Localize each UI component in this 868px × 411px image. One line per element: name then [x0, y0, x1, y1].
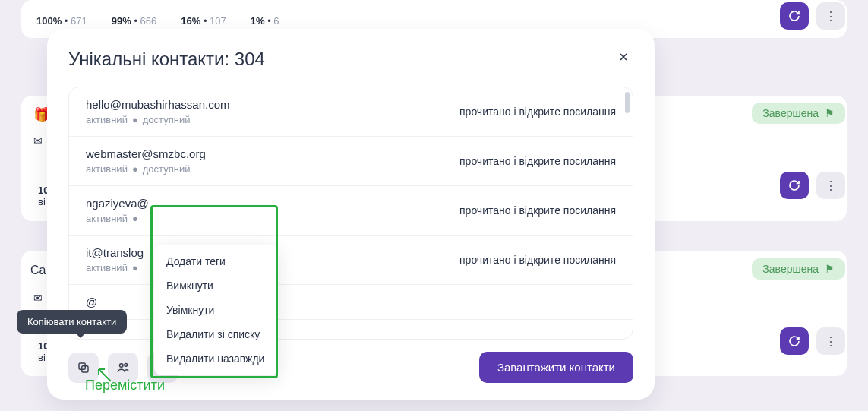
mail-icon: ✉ — [33, 292, 43, 304]
status-badge: Завершена ⚑ — [752, 258, 845, 280]
svg-point-2 — [120, 363, 124, 367]
contact-email: ngaziyeva@ — [86, 197, 149, 210]
actions-dropdown: Додати теги Вимкнути Увімкнути Видалити … — [154, 245, 278, 375]
contact-available: доступний — [143, 114, 191, 125]
bg-txt: ві — [38, 196, 46, 207]
download-contacts-button[interactable]: Завантажити контакти — [479, 352, 633, 383]
contacts-modal: Унікальні контакти: 304 hello@mubashirha… — [47, 29, 655, 400]
flag-icon: ⚑ — [825, 107, 835, 119]
stat-count: 107 — [210, 15, 226, 27]
stat-percent: 16% — [181, 15, 200, 27]
bg-stats-row: 100% • 671 99% • 666 16% • 107 1% • 6 — [36, 15, 279, 27]
contact-list: hello@mubashirhassan.com активний●доступ… — [68, 87, 633, 340]
contact-email: it@translog — [86, 246, 144, 259]
stat-count: 666 — [140, 15, 157, 27]
refresh-button[interactable] — [780, 2, 809, 30]
contact-result: прочитано і відкрите посилання — [459, 106, 616, 118]
flag-icon: ⚑ — [825, 263, 835, 275]
close-icon — [617, 51, 630, 63]
contact-row[interactable]: ngaziyeva@ активний● прочитано і відкрит… — [69, 186, 633, 236]
contact-available: доступний — [143, 163, 191, 175]
dropdown-item-enable[interactable]: Увімкнути — [154, 298, 278, 322]
badge-label: Завершена — [762, 263, 819, 275]
more-button[interactable]: ⋮ — [816, 2, 845, 30]
stat-percent: 100% — [36, 15, 62, 27]
contact-result: прочитано і відкрите посилання — [459, 155, 616, 167]
refresh-button[interactable] — [780, 172, 809, 199]
dropdown-item-remove-from-list[interactable]: Видалити зі списку — [154, 322, 278, 346]
scrollbar[interactable] — [625, 92, 630, 113]
close-button[interactable] — [612, 46, 635, 68]
mail-icon: ✉ — [33, 134, 43, 147]
stat-percent: 1% — [251, 15, 265, 27]
users-icon — [116, 361, 130, 375]
annotation-label: Перемістити — [85, 378, 165, 394]
contact-active: активний — [86, 114, 128, 125]
contact-email: @ — [86, 296, 97, 308]
dropdown-item-add-tags[interactable]: Додати теги — [154, 249, 278, 273]
contact-result: прочитано і відкрите посилання — [459, 254, 616, 266]
dropdown-item-disable[interactable]: Вимкнути — [154, 273, 278, 298]
contact-active: активний — [86, 163, 128, 175]
bg-txt: ві — [38, 352, 46, 363]
dropdown-item-delete-forever[interactable]: Видалити назавжди — [154, 346, 278, 371]
bg-partial-text: Ca — [30, 264, 46, 277]
stat-percent: 99% — [112, 15, 131, 27]
contact-row[interactable]: hello@mubashirhassan.com активний●доступ… — [69, 87, 633, 137]
copy-tooltip: Копіювати контакти — [17, 310, 127, 334]
modal-title: Унікальні контакти: 304 — [68, 49, 633, 70]
contact-result: прочитано і відкрите посилання — [459, 204, 616, 217]
stat-count: 6 — [273, 15, 279, 27]
stat-count: 671 — [71, 15, 87, 27]
refresh-button[interactable] — [780, 327, 809, 355]
badge-label: Завершена — [762, 107, 819, 119]
contact-email: webmaster@smzbc.org — [86, 147, 206, 160]
contact-email: hello@mubashirhassan.com — [86, 98, 230, 111]
status-badge: Завершена ⚑ — [752, 103, 845, 124]
more-button[interactable]: ⋮ — [816, 172, 845, 199]
copy-icon — [77, 361, 90, 375]
contact-active: активний — [86, 262, 128, 273]
svg-point-3 — [125, 363, 128, 366]
contact-active: активний — [86, 213, 128, 224]
contact-row[interactable]: webmaster@smzbc.org активний●доступний п… — [69, 137, 633, 186]
more-button[interactable]: ⋮ — [816, 327, 845, 355]
